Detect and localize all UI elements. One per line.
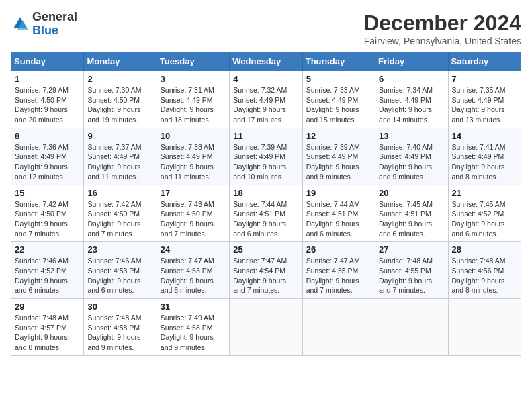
calendar-cell: 28Sunrise: 7:48 AM Sunset: 4:56 PM Dayli… (448, 242, 521, 299)
day-number: 20 (379, 188, 444, 198)
day-number: 4 (233, 74, 298, 84)
day-info: Sunrise: 7:48 AM Sunset: 4:57 PM Dayligh… (15, 313, 80, 353)
calendar-cell: 13Sunrise: 7:40 AM Sunset: 4:49 PM Dayli… (375, 128, 448, 185)
day-number: 5 (306, 74, 371, 84)
calendar-table: SundayMondayTuesdayWednesdayThursdayFrid… (11, 52, 521, 356)
calendar-week-row: 1Sunrise: 7:29 AM Sunset: 4:50 PM Daylig… (11, 71, 521, 128)
calendar-cell: 27Sunrise: 7:48 AM Sunset: 4:55 PM Dayli… (375, 242, 448, 299)
day-info: Sunrise: 7:29 AM Sunset: 4:50 PM Dayligh… (15, 85, 80, 125)
calendar-cell: 9Sunrise: 7:37 AM Sunset: 4:49 PM Daylig… (84, 128, 157, 185)
calendar-week-row: 8Sunrise: 7:36 AM Sunset: 4:49 PM Daylig… (11, 128, 521, 185)
calendar-header-row: SundayMondayTuesdayWednesdayThursdayFrid… (11, 52, 521, 71)
calendar-cell: 2Sunrise: 7:30 AM Sunset: 4:50 PM Daylig… (84, 71, 157, 128)
calendar-cell: 16Sunrise: 7:42 AM Sunset: 4:50 PM Dayli… (84, 185, 157, 242)
day-number: 17 (161, 188, 226, 198)
calendar-cell: 19Sunrise: 7:44 AM Sunset: 4:51 PM Dayli… (302, 185, 375, 242)
day-info: Sunrise: 7:48 AM Sunset: 4:55 PM Dayligh… (379, 256, 444, 295)
day-number: 26 (306, 244, 371, 255)
day-header-tuesday: Tuesday (157, 52, 229, 71)
day-number: 27 (379, 244, 444, 255)
day-info: Sunrise: 7:31 AM Sunset: 4:49 PM Dayligh… (161, 85, 226, 125)
day-number: 12 (306, 131, 371, 141)
day-number: 2 (87, 74, 152, 84)
day-number: 25 (233, 244, 298, 255)
calendar-cell (302, 299, 375, 356)
day-info: Sunrise: 7:44 AM Sunset: 4:51 PM Dayligh… (306, 199, 371, 239)
calendar-cell: 14Sunrise: 7:41 AM Sunset: 4:49 PM Dayli… (448, 128, 521, 185)
day-info: Sunrise: 7:47 AM Sunset: 4:55 PM Dayligh… (306, 256, 371, 295)
day-number: 13 (379, 131, 444, 141)
day-info: Sunrise: 7:32 AM Sunset: 4:49 PM Dayligh… (233, 85, 298, 125)
calendar-cell: 7Sunrise: 7:35 AM Sunset: 4:49 PM Daylig… (448, 71, 521, 128)
day-info: Sunrise: 7:34 AM Sunset: 4:49 PM Dayligh… (379, 85, 444, 125)
day-info: Sunrise: 7:46 AM Sunset: 4:52 PM Dayligh… (15, 256, 80, 295)
day-header-saturday: Saturday (448, 52, 521, 71)
day-header-friday: Friday (375, 52, 448, 71)
day-number: 10 (161, 131, 226, 141)
logo: General Blue (11, 11, 77, 38)
day-info: Sunrise: 7:49 AM Sunset: 4:58 PM Dayligh… (161, 313, 226, 353)
calendar-cell: 26Sunrise: 7:47 AM Sunset: 4:55 PM Dayli… (302, 242, 375, 299)
day-number: 16 (87, 188, 152, 198)
day-number: 15 (15, 188, 80, 198)
day-number: 19 (306, 188, 371, 198)
day-info: Sunrise: 7:39 AM Sunset: 4:49 PM Dayligh… (306, 142, 371, 182)
day-info: Sunrise: 7:46 AM Sunset: 4:53 PM Dayligh… (87, 256, 152, 295)
day-info: Sunrise: 7:45 AM Sunset: 4:52 PM Dayligh… (452, 199, 517, 239)
day-number: 21 (452, 188, 517, 198)
day-info: Sunrise: 7:42 AM Sunset: 4:50 PM Dayligh… (87, 199, 152, 239)
calendar-cell (375, 299, 448, 356)
calendar-cell: 10Sunrise: 7:38 AM Sunset: 4:49 PM Dayli… (157, 128, 229, 185)
calendar-cell: 18Sunrise: 7:44 AM Sunset: 4:51 PM Dayli… (230, 185, 302, 242)
day-number: 31 (161, 302, 226, 312)
day-info: Sunrise: 7:45 AM Sunset: 4:51 PM Dayligh… (379, 199, 444, 239)
day-header-monday: Monday (84, 52, 157, 71)
day-info: Sunrise: 7:44 AM Sunset: 4:51 PM Dayligh… (233, 199, 298, 239)
calendar-cell: 6Sunrise: 7:34 AM Sunset: 4:49 PM Daylig… (375, 71, 448, 128)
day-number: 30 (87, 302, 152, 312)
calendar-cell: 5Sunrise: 7:33 AM Sunset: 4:49 PM Daylig… (302, 71, 375, 128)
day-info: Sunrise: 7:40 AM Sunset: 4:49 PM Dayligh… (379, 142, 444, 182)
day-info: Sunrise: 7:43 AM Sunset: 4:50 PM Dayligh… (161, 199, 226, 239)
month-title: December 2024 (363, 11, 521, 36)
day-info: Sunrise: 7:48 AM Sunset: 4:56 PM Dayligh… (452, 256, 517, 295)
calendar-cell: 4Sunrise: 7:32 AM Sunset: 4:49 PM Daylig… (230, 71, 302, 128)
calendar-cell: 8Sunrise: 7:36 AM Sunset: 4:49 PM Daylig… (11, 128, 84, 185)
calendar-week-row: 15Sunrise: 7:42 AM Sunset: 4:50 PM Dayli… (11, 185, 521, 242)
day-number: 7 (452, 74, 517, 84)
day-info: Sunrise: 7:33 AM Sunset: 4:49 PM Dayligh… (306, 85, 371, 125)
calendar-cell: 17Sunrise: 7:43 AM Sunset: 4:50 PM Dayli… (157, 185, 229, 242)
calendar-cell: 22Sunrise: 7:46 AM Sunset: 4:52 PM Dayli… (11, 242, 84, 299)
calendar-cell: 24Sunrise: 7:47 AM Sunset: 4:53 PM Dayli… (157, 242, 229, 299)
calendar-cell: 1Sunrise: 7:29 AM Sunset: 4:50 PM Daylig… (11, 71, 84, 128)
day-info: Sunrise: 7:47 AM Sunset: 4:53 PM Dayligh… (161, 256, 226, 295)
day-info: Sunrise: 7:38 AM Sunset: 4:49 PM Dayligh… (161, 142, 226, 182)
calendar-cell: 30Sunrise: 7:48 AM Sunset: 4:58 PM Dayli… (84, 299, 157, 356)
day-header-wednesday: Wednesday (230, 52, 302, 71)
calendar-cell: 29Sunrise: 7:48 AM Sunset: 4:57 PM Dayli… (11, 299, 84, 356)
page-header: General Blue December 2024 Fairview, Pen… (11, 11, 521, 46)
calendar-cell (230, 299, 302, 356)
logo-blue-text: Blue (32, 24, 58, 37)
day-number: 6 (379, 74, 444, 84)
day-number: 24 (161, 244, 226, 255)
day-header-sunday: Sunday (11, 52, 84, 71)
day-number: 9 (87, 131, 152, 141)
day-number: 29 (15, 302, 80, 312)
day-info: Sunrise: 7:48 AM Sunset: 4:58 PM Dayligh… (87, 313, 152, 353)
location-text: Fairview, Pennsylvania, United States (363, 36, 521, 46)
day-number: 28 (452, 244, 517, 255)
day-number: 14 (452, 131, 517, 141)
day-info: Sunrise: 7:47 AM Sunset: 4:54 PM Dayligh… (233, 256, 298, 295)
day-number: 11 (233, 131, 298, 141)
day-info: Sunrise: 7:39 AM Sunset: 4:49 PM Dayligh… (233, 142, 298, 182)
calendar-cell: 23Sunrise: 7:46 AM Sunset: 4:53 PM Dayli… (84, 242, 157, 299)
calendar-cell: 31Sunrise: 7:49 AM Sunset: 4:58 PM Dayli… (157, 299, 229, 356)
day-info: Sunrise: 7:30 AM Sunset: 4:50 PM Dayligh… (87, 85, 152, 125)
calendar-cell: 15Sunrise: 7:42 AM Sunset: 4:50 PM Dayli… (11, 185, 84, 242)
calendar-week-row: 22Sunrise: 7:46 AM Sunset: 4:52 PM Dayli… (11, 242, 521, 299)
calendar-cell: 12Sunrise: 7:39 AM Sunset: 4:49 PM Dayli… (302, 128, 375, 185)
day-number: 22 (15, 244, 80, 255)
day-header-thursday: Thursday (302, 52, 375, 71)
day-info: Sunrise: 7:37 AM Sunset: 4:49 PM Dayligh… (87, 142, 152, 182)
